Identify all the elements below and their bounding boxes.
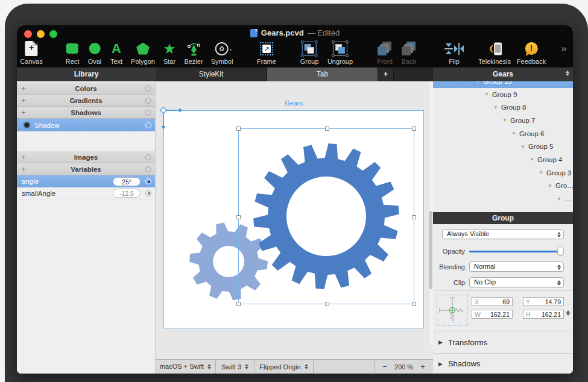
clip-row: Clip No Clip <box>433 277 573 287</box>
tool-bezier[interactable]: Bezier <box>184 39 203 65</box>
footer-spacer <box>314 360 375 374</box>
language-dropdown[interactable]: Swift 3 <box>216 360 254 374</box>
opacity-row: Opacity <box>433 246 573 255</box>
tool-flip[interactable]: Flip <box>444 39 464 65</box>
clip-dropdown[interactable]: No Clip <box>469 277 564 287</box>
resize-handle-s[interactable] <box>325 302 329 306</box>
section-variables[interactable]: + Variables <box>17 163 155 175</box>
section-gradients[interactable]: + Gradients <box>17 95 155 107</box>
tree-row[interactable]: ▼Gro… <box>433 180 573 193</box>
selection-box[interactable] <box>238 128 414 304</box>
hierarchy-header-stepper[interactable] <box>566 70 569 76</box>
variable-row-angle[interactable]: angle 25° <box>17 175 155 187</box>
disclosure-triangle-icon[interactable]: ▼ <box>557 196 561 202</box>
radio-icon <box>145 98 151 104</box>
inspector-panel: ▼Group 10▼Group 9▼Group 8▼Group 7▼Group … <box>433 81 573 374</box>
tree-row[interactable]: ▼Group 4 <box>433 153 573 166</box>
scrollbar-thumb[interactable] <box>429 211 432 289</box>
disclosure-triangle-icon[interactable]: ▼ <box>511 131 516 136</box>
tab-stylekit[interactable]: StyleKit <box>156 67 267 81</box>
tree-row[interactable]: ▼Group 6 <box>433 127 573 140</box>
tool-ungroup[interactable]: Ungroup <box>327 39 353 65</box>
shadows-disclosure[interactable]: ▶ Shadows <box>433 354 573 374</box>
width-field[interactable]: W 162.21 <box>472 310 513 319</box>
zoom-level[interactable]: 200 % <box>394 363 413 371</box>
radio-icon <box>145 86 151 92</box>
disclosure-triangle-icon[interactable]: ▼ <box>484 92 489 97</box>
canvas-vertical-scrollbar[interactable] <box>429 81 433 345</box>
section-shadows[interactable]: + Shadows <box>17 107 155 119</box>
tool-oval[interactable]: Oval <box>88 39 102 65</box>
tool-rect[interactable]: Rect <box>66 39 80 65</box>
tool-feedback[interactable]: ! Feedback <box>517 39 546 65</box>
tree-row[interactable]: ▼Group 7 <box>433 114 573 127</box>
zoom-in-button[interactable]: + <box>419 362 427 371</box>
zoom-controls: − 200 % + <box>375 360 433 374</box>
tree-row[interactable]: ▼Group 9 <box>433 88 573 101</box>
tree-row-label: … <box>564 195 572 202</box>
library-item-shadow[interactable]: Shadow <box>17 119 155 131</box>
add-tab-button[interactable]: + <box>378 67 394 81</box>
zoom-out-button[interactable]: − <box>381 362 389 371</box>
disclosure-triangle-icon[interactable]: ▼ <box>520 144 525 149</box>
x-field[interactable]: X 69 <box>472 297 513 306</box>
visibility-dropdown[interactable]: Always Visible <box>442 229 564 239</box>
tool-star[interactable]: ★ Star <box>163 39 176 65</box>
variable-value-field[interactable]: 25° <box>113 177 141 186</box>
opacity-slider-knob[interactable] <box>557 246 564 255</box>
radio-icon <box>145 154 151 160</box>
group-inspector-header: Group <box>433 212 573 224</box>
transforms-disclosure[interactable]: ▶ Transforms <box>433 331 573 353</box>
y-field[interactable]: Y 14.79 <box>523 297 564 306</box>
blending-dropdown[interactable]: Normal <box>469 261 564 272</box>
tree-row-label: Group 3 <box>546 169 572 177</box>
radio-dot-icon <box>145 178 151 184</box>
resize-handle-n[interactable] <box>325 127 329 131</box>
tree-row[interactable]: ▼Group 10 <box>433 81 573 88</box>
height-stepper[interactable] <box>566 310 570 319</box>
origin-dropdown[interactable]: Flipped Origin <box>254 360 314 374</box>
tree-row[interactable]: ▼Group 8 <box>433 101 573 114</box>
variable-value-field[interactable]: -12.5 <box>113 189 141 198</box>
resize-handle-ne[interactable] <box>412 127 416 131</box>
tool-group[interactable]: Group <box>300 39 319 65</box>
resize-handle-sw[interactable] <box>236 302 241 306</box>
tool-canvas[interactable]: Canvas <box>20 39 42 65</box>
feedback-icon: ! <box>525 42 538 55</box>
library-panel-header: Library <box>17 67 156 81</box>
tree-row[interactable]: ▼Group 5 <box>433 140 573 153</box>
resize-handle-w[interactable] <box>236 215 241 219</box>
disclosure-triangle-icon[interactable]: ▼ <box>502 117 507 123</box>
disclosure-triangle-icon[interactable]: ▼ <box>548 183 552 189</box>
artboard-label[interactable]: Gears <box>163 99 424 107</box>
tree-row[interactable]: ▼… <box>433 192 573 205</box>
platform-dropdown[interactable]: macOS ‣ Swift <box>156 360 216 374</box>
tree-row[interactable]: ▼Group 3 <box>433 166 573 180</box>
toolbar-overflow[interactable]: » <box>561 39 566 58</box>
resizing-anchor-widget[interactable] <box>437 295 468 326</box>
disclosure-triangle-icon[interactable]: ▼ <box>539 170 543 175</box>
tool-symbol[interactable]: ♻▾ Symbol <box>211 39 233 65</box>
tool-frame[interactable]: ↗ Frame <box>257 39 276 65</box>
tree-row-label: Gro… <box>555 182 573 189</box>
section-colors[interactable]: + Colors <box>17 83 155 95</box>
resize-handle-e[interactable] <box>412 215 416 219</box>
tab-current[interactable]: Tab <box>267 67 378 81</box>
height-field[interactable]: H 162.21 <box>523 310 564 319</box>
tool-polygon[interactable]: Polygon <box>131 39 155 65</box>
disclosure-triangle-icon[interactable]: ▼ <box>475 81 480 84</box>
section-images[interactable]: + Images <box>17 151 155 163</box>
variable-row-smallangle[interactable]: smallAngle -12.5 <box>17 187 155 199</box>
ungroup-icon <box>333 42 347 56</box>
canvas-tabs: StyleKit Tab + <box>156 67 433 81</box>
tool-text[interactable]: A Text <box>110 39 122 65</box>
canvas-area[interactable]: Gears <box>156 81 433 374</box>
opacity-slider[interactable] <box>469 246 564 255</box>
tool-telekinesis[interactable]: Telekinesis <box>478 39 511 65</box>
disclosure-triangle-icon[interactable]: ▼ <box>530 157 534 162</box>
tab-strip: Library StyleKit Tab + Gears <box>17 67 573 81</box>
disclosure-triangle-icon[interactable]: ▼ <box>493 105 498 110</box>
resize-handle-se[interactable] <box>412 302 416 306</box>
resize-handle-nw[interactable] <box>236 127 241 131</box>
group-icon <box>302 42 317 56</box>
